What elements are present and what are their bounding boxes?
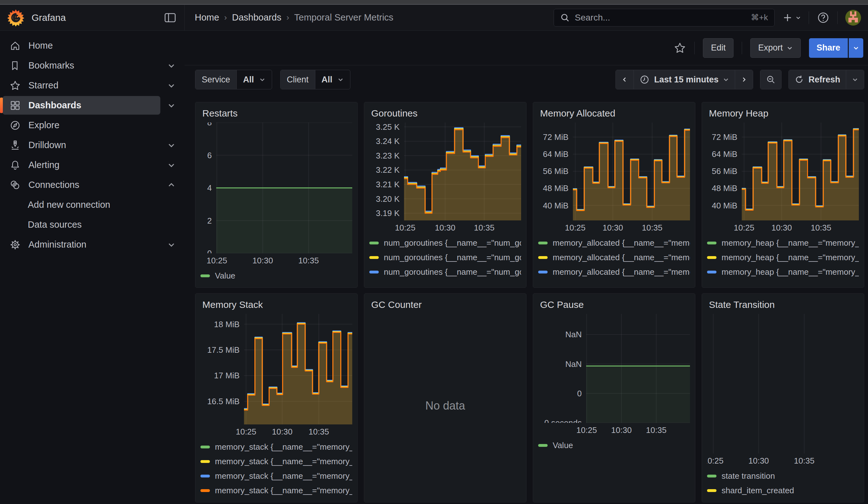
help-button[interactable] xyxy=(815,9,832,26)
legend-item[interactable]: memory_heap {__name__="memory_heap" xyxy=(707,265,859,279)
chevron-down-icon xyxy=(853,45,859,51)
sidebar-item-drilldown[interactable]: Drilldown xyxy=(0,135,185,155)
add-new-button[interactable] xyxy=(780,10,803,25)
sidebar-item-alerting[interactable]: Alerting xyxy=(0,155,185,175)
sidebar-item-starred[interactable]: Starred xyxy=(0,75,185,95)
legend-item[interactable]: memory_allocated {__name__="memory_alloc… xyxy=(538,279,690,283)
sidebar-item-bookmarks[interactable]: Bookmarks xyxy=(0,55,185,75)
svg-text:0: 0 xyxy=(577,389,582,398)
time-range-picker[interactable]: Last 15 minutes xyxy=(633,70,735,89)
sidebar-item-home[interactable]: Home xyxy=(0,36,185,55)
share-button[interactable]: Share xyxy=(809,38,848,58)
legend-item[interactable]: memory_heap {__name__="memory_heap" xyxy=(707,279,859,283)
panel-title[interactable]: Restarts xyxy=(202,108,352,119)
dashboards-icon xyxy=(9,100,21,111)
sidebar-item-add-new-connection[interactable]: Add new connection xyxy=(0,195,185,215)
refresh-button[interactable]: Refresh xyxy=(789,70,846,89)
legend-item[interactable]: memory_allocated {__name__="memory_alloc… xyxy=(538,236,690,250)
legend-item[interactable]: num_goroutines {__name__="num_goroutines… xyxy=(369,250,521,265)
x-axis-labels: 10:2510:3010:35 xyxy=(369,220,521,233)
svg-text:8: 8 xyxy=(207,123,212,127)
share-options-button[interactable] xyxy=(849,38,863,58)
panel-body: 02468 10:2510:3010:35 Value xyxy=(200,123,352,283)
panel-plot[interactable]: 16.5 MiB17 MiB17.5 MiB18 MiB xyxy=(200,314,352,424)
chevron-down-icon[interactable] xyxy=(167,161,175,169)
panel-title[interactable]: GC Counter xyxy=(371,299,521,310)
panel-title[interactable]: Memory Heap xyxy=(709,108,859,119)
series-color-marker xyxy=(369,256,379,259)
dock-sidebar-icon[interactable] xyxy=(164,12,176,23)
chevron-down-icon[interactable] xyxy=(167,81,175,90)
panel-plot[interactable]: 3.19 K3.20 K3.21 K3.22 K3.23 K3.24 K3.25… xyxy=(369,123,521,220)
legend-label: memory_allocated {__name__="memory_alloc… xyxy=(553,253,690,263)
sidebar-item-connections[interactable]: Connections xyxy=(0,175,185,195)
panel-title[interactable]: Goroutines xyxy=(371,108,521,119)
chevron-left-icon xyxy=(621,76,628,83)
breadcrumb-dashboards[interactable]: Dashboards xyxy=(232,12,281,23)
panel-plot[interactable] xyxy=(707,314,859,453)
panel-plot[interactable]: 02468 xyxy=(200,123,352,253)
legend-label: shard_item_created xyxy=(722,486,794,495)
refresh-interval-button[interactable] xyxy=(846,70,864,89)
star-dashboard-button[interactable] xyxy=(674,42,686,54)
legend-item[interactable]: memory_stack {__name__="memory_stack" xyxy=(200,440,352,454)
chevron-down-icon[interactable] xyxy=(167,62,175,70)
legend-item[interactable]: memory_stack {__name__="memory_stack" xyxy=(200,469,352,483)
export-button[interactable]: Export xyxy=(750,38,801,58)
chevron-down-icon[interactable] xyxy=(167,240,175,249)
compass-icon xyxy=(9,120,21,131)
panel-plot[interactable]: 40 MiB48 MiB56 MiB64 MiB72 MiB xyxy=(538,123,690,220)
breadcrumb-home[interactable]: Home xyxy=(195,12,219,23)
service-filter[interactable]: Service All xyxy=(195,70,272,89)
edit-button[interactable]: Edit xyxy=(703,38,734,58)
legend-item[interactable]: state transition xyxy=(707,469,859,483)
x-tick-label: 10:30 xyxy=(272,427,292,437)
search-shortcut: ⌘+k xyxy=(751,13,768,22)
series-color-marker xyxy=(369,241,379,245)
panel-title[interactable]: Memory Allocated xyxy=(540,108,690,119)
dashboard-content: Service All Client All xyxy=(185,65,868,504)
sidebar-item-label: Home xyxy=(28,40,53,51)
panel-plot[interactable]: 0 seconds0NaNNaN xyxy=(538,314,690,423)
x-tick-label: 10:25 xyxy=(395,223,415,233)
sidebar-item-explore[interactable]: Explore xyxy=(0,115,185,135)
legend-item[interactable]: memory_stack {__name__="memory_stack" xyxy=(200,483,352,498)
legend-item[interactable]: num_goroutines {__name__="num_goroutines… xyxy=(369,236,521,250)
home-icon xyxy=(9,40,21,51)
sidebar-item-data-sources[interactable]: Data sources xyxy=(0,215,185,235)
time-forward-button[interactable] xyxy=(735,70,753,89)
panel-plot[interactable]: 40 MiB48 MiB56 MiB64 MiB72 MiB xyxy=(707,123,859,220)
legend-item[interactable]: num_goroutines {__name__="num_goroutines… xyxy=(369,279,521,283)
zoom-out-button[interactable] xyxy=(761,70,781,89)
panel-title[interactable]: Memory Stack xyxy=(202,299,352,310)
legend-item[interactable]: memory_allocated {__name__="memory_alloc… xyxy=(538,265,690,279)
svg-text:18 MiB: 18 MiB xyxy=(214,320,240,329)
panel-title[interactable]: GC Pause xyxy=(540,299,690,310)
no-data-text: No data xyxy=(369,314,521,498)
chevron-down-icon[interactable] xyxy=(167,101,175,110)
time-back-button[interactable] xyxy=(616,70,633,89)
sidebar-item-dashboards[interactable]: Dashboards xyxy=(0,95,185,115)
client-filter[interactable]: Client All xyxy=(280,70,351,89)
chevron-up-icon[interactable] xyxy=(167,181,175,189)
legend-item[interactable]: memory_stack {__name__="memory_stack" xyxy=(200,454,352,469)
legend-label: memory_allocated {__name__="memory_alloc… xyxy=(553,267,690,277)
legend-item[interactable]: memory_allocated {__name__="memory_alloc… xyxy=(538,250,690,265)
legend-item[interactable]: num_goroutines {__name__="num_goroutines… xyxy=(369,265,521,279)
user-avatar[interactable] xyxy=(844,8,863,28)
legend-item[interactable]: Value xyxy=(538,438,690,453)
legend-item[interactable]: memory_heap {__name__="memory_heap" xyxy=(707,236,859,250)
series-color-marker xyxy=(200,460,210,463)
chevron-down-icon[interactable] xyxy=(167,141,175,150)
sidebar-item-administration[interactable]: Administration xyxy=(0,235,185,255)
app-name: Grafana xyxy=(32,12,66,23)
search-input[interactable]: Search... ⌘+k xyxy=(554,9,775,27)
panel-title[interactable]: State Transition xyxy=(709,299,859,310)
panel-legend: memory_stack {__name__="memory_stack"mem… xyxy=(200,440,352,498)
legend-label: num_goroutines {__name__="num_goroutines… xyxy=(384,253,521,263)
panel-body: 3.19 K3.20 K3.21 K3.22 K3.23 K3.24 K3.25… xyxy=(369,123,521,283)
legend-item[interactable]: memory_heap {__name__="memory_heap" xyxy=(707,250,859,265)
legend-item[interactable]: shard_item_created xyxy=(707,483,859,498)
legend-item[interactable]: Value xyxy=(200,268,352,283)
sidebar-item-label: Dashboards xyxy=(28,100,81,111)
